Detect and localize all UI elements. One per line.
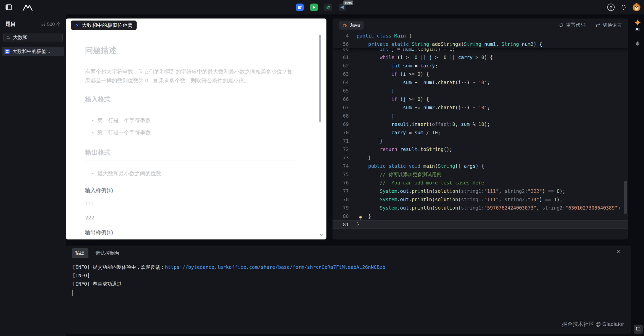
code-text: result.insert(offset:0, sum % 10); [357, 120, 490, 128]
code-line-73[interactable]: 73 } [333, 154, 628, 162]
chevron-down-icon [319, 233, 324, 236]
debug-button[interactable] [324, 4, 332, 11]
submit-button[interactable]: Beta [339, 4, 346, 11]
code-line-74[interactable]: 74 public static void main(String[] args… [333, 162, 628, 170]
code-text: } [357, 220, 359, 229]
coffee-cup-icon [342, 23, 347, 28]
code-line-67[interactable]: 67 sum += num2.charAt(j--) - '0'; [333, 103, 628, 112]
line-number: 71 [333, 137, 357, 145]
rail-debug-button[interactable] [635, 41, 640, 46]
app-logo[interactable] [22, 4, 33, 11]
line-number: 65 [333, 87, 357, 95]
line-number: 56 [333, 40, 357, 48]
bug-icon [326, 5, 330, 10]
code-text: carry = sum / 10; [357, 128, 441, 137]
format-button[interactable] [296, 4, 304, 11]
tab-output[interactable]: 输出 [72, 248, 88, 258]
problem-block-b: 输入样例(1) [85, 187, 296, 194]
divider [85, 107, 296, 107]
code-line-78[interactable]: 78 System.out.println(solution(string1:"… [333, 195, 628, 204]
code-line-80[interactable]: 80 } [333, 212, 628, 220]
format-icon [298, 5, 302, 9]
code-line-81[interactable]: 81} [333, 220, 628, 229]
tab-debug-console[interactable]: 调试控制台 [96, 248, 120, 258]
log-level-tag: [INFO] [72, 273, 90, 278]
search-input[interactable] [13, 34, 60, 41]
log-level-tag: [INFO] [72, 281, 90, 287]
code-line-71[interactable]: 71 } [333, 137, 628, 145]
code-line-70[interactable]: 70 carry = sum / 10; [333, 128, 628, 137]
problem-count: 共 500 个 [41, 21, 61, 27]
line-number: 81 [333, 220, 357, 229]
code-line-56[interactable]: 56 private static String addStrings(Stri… [333, 40, 628, 48]
code-line-4[interactable]: 4public class Main { [333, 32, 628, 40]
code-text: // You can add more test cases here [357, 179, 484, 187]
sidebar-title: 题目 [5, 21, 16, 28]
code-line-76[interactable]: 76 // You can add more test cases here [333, 179, 628, 187]
line-number: 63 [333, 70, 357, 78]
code-lines: 60 int j = num2.length() - 1;61 while (i… [333, 45, 628, 229]
problem-tab[interactable]: 大数和中的极值位距离 [71, 21, 137, 30]
language-tab-label: Java [350, 22, 360, 28]
switch-language-button[interactable]: 切换语言 [595, 22, 622, 28]
line-number: 80 [333, 212, 357, 220]
line-number: 70 [333, 128, 357, 137]
code-line-69[interactable]: 69 result.insert(offset:0, sum % 10); [333, 120, 628, 128]
console-output: [INFO] 提交功能内测体验中，欢迎反馈：https://bytedance.… [66, 258, 631, 296]
console-link[interactable]: https://bytedance.larkoffice.com/share/b… [165, 264, 385, 270]
code-line-68[interactable]: 68 } [333, 112, 628, 120]
code-text: if (j >= 0) { [357, 95, 429, 103]
problem-block-li: •最大数和最小数之间的位数 [85, 167, 296, 180]
language-tab[interactable]: Java [339, 21, 364, 30]
code-text: System.out.println(solution(string1:"111… [357, 187, 565, 195]
scroll-down-button[interactable] [319, 233, 324, 237]
code-text: } [357, 137, 383, 145]
search-box[interactable] [3, 33, 63, 42]
line-number: 4 [333, 32, 357, 40]
watermark-text: 掘金技术社区 @ Gladiator [562, 321, 624, 328]
code-line-64[interactable]: 64 sum += num1.charAt(i--) - '0'; [333, 78, 628, 87]
help-button[interactable]: ? [607, 4, 615, 11]
code-line-62[interactable]: 62 int sum = carry; [333, 62, 628, 70]
ai-label: AI [636, 27, 640, 32]
code-line-61[interactable]: 61 while (i >= 0 || j >= 0 || carry > 0)… [333, 53, 628, 62]
switch-arrows-icon [595, 23, 600, 27]
beta-badge: Beta [343, 1, 353, 5]
play-icon [312, 6, 316, 9]
code-line-79[interactable]: 79 System.out.println(solution(string1:"… [333, 204, 628, 212]
problem-type-icon [5, 49, 10, 54]
watermark-logo-button[interactable] [634, 325, 643, 334]
code-text: sum += num2.charAt(j--) - '0'; [357, 103, 490, 112]
log-level-tag: [INFO] [72, 264, 90, 270]
line-number: 64 [333, 78, 357, 87]
reset-code-button[interactable]: 重置代码 [559, 22, 585, 28]
editor-scrollbar[interactable] [624, 181, 627, 214]
sidebar-item-problem[interactable]: 大数和中的极值... [2, 47, 64, 56]
run-button[interactable] [310, 4, 318, 11]
problem-block-b: 输出样例(1) [85, 229, 296, 236]
code-text: int sum = carry; [357, 62, 438, 70]
code-line-66[interactable]: 66 if (j >= 0) { [333, 95, 628, 103]
reset-code-label: 重置代码 [566, 22, 585, 28]
terminal-cursor [72, 290, 73, 296]
problem-header: 大数和中的极值位距离 [66, 18, 326, 32]
code-line-77[interactable]: 77 System.out.println(solution(string1:"… [333, 187, 628, 195]
ai-sparkle-icon [634, 19, 641, 26]
avatar-image [633, 3, 640, 11]
problem-scrollbar[interactable] [319, 35, 321, 122]
console-close-button[interactable]: × [616, 249, 620, 255]
problem-block-p: 有两个超大字符串数，问它们的和得到的字符串中的最大数和最小数之间相差多少位？如果… [85, 67, 296, 85]
notifications-button[interactable] [621, 4, 627, 10]
ai-assistant-button[interactable]: AI [634, 19, 641, 32]
sidebar-item-label: 大数和中的极值... [12, 48, 50, 55]
line-number: 62 [333, 62, 357, 70]
sidebar-toggle-button[interactable] [5, 4, 12, 11]
code-line-63[interactable]: 63 if (i >= 0) { [333, 70, 628, 78]
code-line-75[interactable]: 75 // 你可以添加更多测试用例 [333, 170, 628, 179]
code-line-65[interactable]: 65 } [333, 87, 628, 95]
editor-body[interactable]: 60 int j = num2.length() - 1;61 while (i… [333, 32, 628, 239]
user-avatar[interactable] [633, 3, 640, 11]
mountain-logo-icon [22, 4, 33, 11]
code-line-72[interactable]: 72 return result.toString(); [333, 145, 628, 154]
problem-block-mono: 111 [85, 200, 296, 207]
